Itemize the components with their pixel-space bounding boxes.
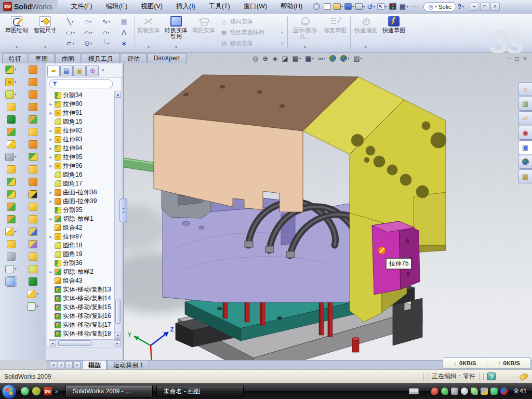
rebuild-button[interactable] (388, 2, 397, 11)
smart-dimension-dropdown-icon[interactable]: ▾ (44, 45, 46, 50)
expander-icon[interactable]: ▶ (49, 235, 53, 239)
feature-tree-item[interactable]: ▶ 切除-放样2 (49, 268, 115, 276)
menu-item[interactable]: 文件(F) (65, 1, 99, 12)
convert-entities-button[interactable]: 转换实体引用 ▾ (163, 15, 190, 50)
command-tab[interactable]: 草图 (29, 53, 55, 63)
menu-item[interactable]: 帮助(H) (274, 1, 309, 12)
smart-dimension-button[interactable]: 智能尺寸 ▾ (32, 15, 59, 50)
feature-tree-item[interactable]: ▶ 拉伸90 (49, 100, 115, 109)
command-tab[interactable]: DimXpert (147, 53, 187, 63)
model-canvas[interactable]: Y Z X (124, 62, 532, 360)
toolbar-button[interactable] (7, 202, 16, 212)
quick-tips-help-icon[interactable]: ? (487, 373, 496, 380)
toolbar-button[interactable] (27, 289, 38, 299)
sketch-entity-button[interactable]: ⊂ (61, 38, 79, 49)
feature-tree-item[interactable]: ▶ 实体-移动/复制17 (49, 321, 115, 329)
toolbar-button[interactable] (29, 189, 37, 200)
feature-tree-item[interactable]: ▶ 圆角15 (49, 117, 115, 126)
toolbar-button[interactable] (29, 177, 37, 187)
more-tools-button[interactable]: ⋯ (410, 2, 419, 11)
menu-item[interactable]: 窗口(W) (237, 1, 273, 12)
expander-icon[interactable]: ▶ (49, 138, 53, 142)
close-button[interactable]: × (490, 3, 500, 11)
scrollbar-thumb[interactable] (58, 340, 91, 346)
tray-icon[interactable] (490, 388, 498, 395)
toolbar-button[interactable] (29, 152, 37, 162)
feature-tree-item[interactable]: ▶ 曲面-拉伸39 (49, 197, 115, 206)
feature-tree-item[interactable]: ▶ 拉伸91 (49, 109, 115, 117)
command-tab[interactable]: 特征 (2, 53, 28, 63)
expander-icon[interactable]: ▶ (49, 270, 53, 274)
doc-minimize-button[interactable]: − (508, 55, 511, 62)
print-button[interactable] (355, 2, 365, 11)
feature-tree-item[interactable]: ▶ 拉伸94 (49, 144, 115, 153)
taskbar-clock[interactable]: 9:41 (514, 388, 527, 395)
feature-tree-item[interactable]: ▶ 实体-移动/复制15 (49, 303, 115, 312)
more-tabs-icon[interactable]: » (99, 65, 105, 76)
sketch-button[interactable]: 草图绘制 ▾ (3, 15, 30, 50)
sketch-entity-button[interactable]: ○ (79, 16, 98, 27)
tray-icon[interactable] (431, 388, 438, 395)
toolbar-button[interactable] (29, 202, 37, 212)
pin-icon[interactable] (312, 2, 321, 11)
messenger-icon[interactable] (21, 387, 29, 395)
tab-nav-button[interactable]: ‹ (58, 362, 65, 368)
toolbar-button[interactable] (29, 64, 37, 75)
sketch-entity-button[interactable]: ╲ (61, 16, 79, 27)
feature-tree-item[interactable]: ▶ 拉伸97 (49, 232, 115, 241)
sketch-entity-button[interactable]: ▦ (115, 16, 134, 27)
task-button[interactable]: SolidWorks 2009 - ... (65, 385, 153, 397)
toolbar-button[interactable] (7, 214, 16, 224)
tab-nav-button[interactable]: « (50, 362, 57, 368)
expander-icon[interactable]: ▶ (49, 155, 53, 159)
repair-sketch-button[interactable]: 修复草图 (322, 15, 348, 50)
toolbar-button[interactable] (5, 152, 17, 162)
toolbar-button[interactable] (29, 114, 37, 125)
solidworks-shortcut-icon[interactable]: SW (44, 387, 52, 395)
task-pane-tab[interactable] (518, 155, 532, 169)
minimize-button[interactable]: − (470, 3, 479, 11)
sketch-entity-button[interactable]: ⊙ (79, 38, 98, 49)
toolbar-button[interactable] (29, 127, 37, 137)
toolbar-button[interactable] (7, 164, 16, 175)
quick-launch-overflow-icon[interactable]: » (55, 389, 58, 394)
tray-icon[interactable] (471, 388, 478, 395)
doc-close-button[interactable]: × (523, 55, 527, 62)
toolbar-button[interactable] (29, 227, 37, 237)
restore-button[interactable]: □ (480, 3, 489, 11)
scroll-up-icon[interactable]: ▲ (115, 91, 121, 98)
task-pane-tab[interactable]: ⌂ (518, 82, 532, 96)
scroll-left-icon[interactable]: ◂ (49, 340, 56, 347)
view-tool-button[interactable]: ∞ (317, 54, 326, 63)
expander-icon[interactable]: ▶ (49, 217, 53, 221)
move-entities-button[interactable]: ▧ 移动实体 ▾ (220, 38, 286, 49)
toolbar-button[interactable] (29, 89, 37, 100)
property-manager-tab[interactable]: ▤ (60, 65, 73, 76)
expander-icon[interactable]: ▶ (49, 147, 53, 151)
stop-pin[interactable] (352, 337, 359, 352)
scrollbar-thumb[interactable] (115, 299, 121, 324)
panel-splitter-handle[interactable]: ◂▸ (119, 198, 127, 222)
expander-icon[interactable]: ▶ (49, 164, 53, 168)
view-tool-button[interactable]: ◈ (271, 54, 278, 63)
undo-button[interactable]: ↺ (366, 2, 376, 11)
convert-entities-dropdown-icon[interactable]: ▾ (175, 45, 177, 50)
view-tool-button[interactable] (328, 55, 337, 62)
toolbar-button[interactable] (29, 102, 37, 112)
configuration-manager-tab[interactable]: ▣ (73, 65, 86, 76)
view-tool-button[interactable]: ▦ (304, 54, 315, 63)
toolbar-button[interactable] (7, 139, 16, 150)
toolbar-button[interactable] (29, 164, 37, 175)
feature-tree-item[interactable]: ▶ 实体-移动/复制14 (49, 294, 115, 303)
feature-tree-item[interactable]: ▶ 圆角18 (49, 241, 115, 250)
expander-icon[interactable]: ▶ (49, 129, 53, 133)
toolbar-button[interactable] (7, 102, 16, 112)
toolbar-button[interactable] (29, 214, 37, 224)
toolbar-button[interactable] (29, 77, 37, 87)
feature-tree-item[interactable]: ▶ 拉伸92 (49, 126, 115, 135)
task-pane-tab[interactable]: ▥ (518, 97, 532, 111)
toolbar-button[interactable] (29, 264, 37, 274)
feature-tree-item[interactable]: ▶ 实体-移动/复制16 (49, 312, 115, 321)
command-tab[interactable]: 模具工具 (82, 53, 120, 63)
search-value[interactable]: Solic (438, 4, 451, 10)
